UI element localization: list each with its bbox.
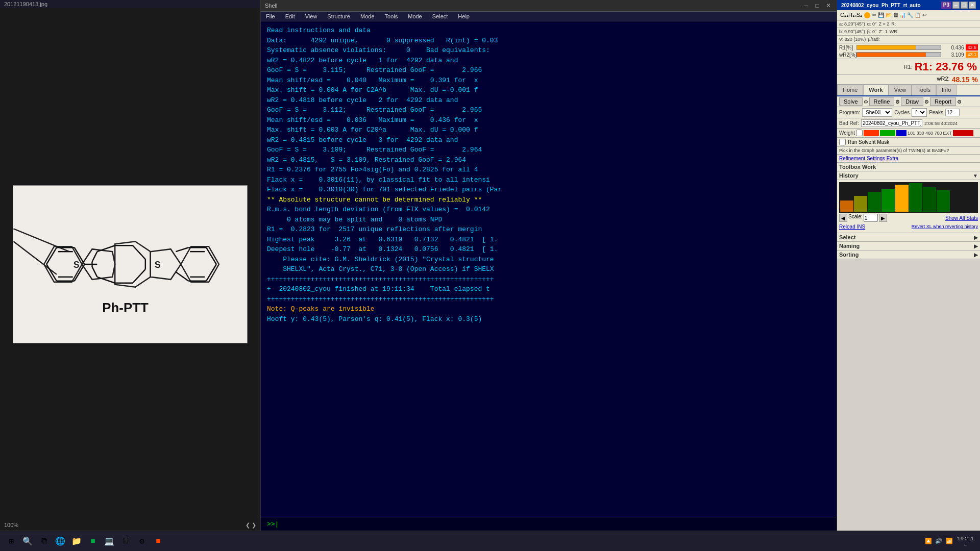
- report-label: Report: [935, 98, 951, 105]
- wr2-display-value: 48.15 %: [952, 76, 978, 84]
- menu-structure[interactable]: Structure: [325, 13, 352, 20]
- taskbar: ⊞ 🔍 ⧉ 🌐 📁 ■ 💻 🖥 ⚙ ■ 🔼 🔊 📶 19:11 …: [0, 531, 980, 551]
- program-select[interactable]: ShelXL: [862, 108, 892, 117]
- menu-help[interactable]: Help: [456, 13, 472, 20]
- cycles-label: Cycles: [894, 110, 910, 115]
- minimize-btn[interactable]: ─: [802, 2, 810, 10]
- menu-view[interactable]: View: [303, 13, 320, 20]
- svg-text:S: S: [155, 259, 161, 269]
- weight-bar-red: [864, 130, 879, 136]
- reload-ins-link[interactable]: Reload INS: [839, 224, 865, 230]
- menu-select[interactable]: Select: [430, 13, 450, 20]
- r1-flag: 43.6: [966, 44, 978, 51]
- wr2-flag: 43.1: [966, 52, 978, 58]
- peaks-input[interactable]: [945, 109, 960, 116]
- weight-bar-green: [880, 130, 895, 136]
- shelxl-titlebar: 20240802_cyou_Ph_PTT_rt_auto P3 ─ □ ✕: [837, 0, 980, 10]
- menu-edit[interactable]: Edit: [283, 13, 297, 20]
- stats-row-3: V: 820 (10%) μ/rad:: [837, 36, 980, 43]
- svg-text:Ph-PTT: Ph-PTT: [102, 300, 149, 315]
- terminal-content[interactable]: Read instructions and dataData: 4292 uni…: [261, 21, 837, 517]
- stats-row-1: a: 8.20°(45°) α: 0° Z = 2 R:: [837, 20, 980, 28]
- app-icon-4[interactable]: ■: [151, 534, 165, 548]
- solvent-mask-checkbox[interactable]: [839, 139, 846, 145]
- r1-big-value: R1: 23.76 %: [915, 60, 977, 73]
- history-controls: ◀ Scale: ▶ Show All Stats: [839, 213, 978, 223]
- taskbar-right: 🔼 🔊 📶 19:11 …: [919, 536, 980, 547]
- terminal-menubar: File Edit View Structure Mode Tools Mode…: [261, 12, 837, 21]
- stat-z: Z = 2: [879, 21, 890, 27]
- history-bar: [937, 190, 950, 212]
- terminal-line: Flack x = 0.3016(11), by classical fit t…: [267, 175, 830, 185]
- search-icon[interactable]: 🔍: [20, 534, 35, 548]
- tab-info[interactable]: Info: [936, 85, 957, 95]
- sorting-section-header[interactable]: Sorting ▶: [837, 251, 980, 259]
- terminal-controls: ─ □ ✕: [802, 2, 832, 10]
- toolbar-icons: ✏ 💾 📂 🖼 📊 🔧 📋 ↩: [872, 12, 926, 18]
- weight-bar-blue: [896, 130, 906, 136]
- draw-button[interactable]: Draw: [901, 97, 923, 106]
- explorer-icon[interactable]: 📁: [69, 534, 84, 548]
- refine-button[interactable]: Refine: [869, 97, 895, 106]
- bad-ref-label: Bad Ref:: [839, 120, 859, 126]
- terminal-line: Hooft y: 0.43(5), Parson's q: 0.41(5), F…: [267, 314, 830, 324]
- report-button[interactable]: Report: [930, 97, 956, 106]
- app-icon-3[interactable]: ⚙: [135, 534, 149, 548]
- report-indicator: ⚙: [957, 99, 962, 105]
- scale-input[interactable]: [864, 214, 878, 222]
- task-view-icon[interactable]: ⧉: [37, 534, 51, 548]
- image-area: S S: [0, 8, 260, 520]
- history-next-btn[interactable]: ▶: [879, 214, 887, 222]
- terminal-line: R.m.s. bond length deviation (from FIX v…: [267, 205, 830, 215]
- bad-ref-input[interactable]: [861, 119, 922, 127]
- cycles-select[interactable]: 5: [912, 108, 927, 117]
- formula: C₂₁H₁₄S₂: [840, 12, 862, 18]
- molecule-svg: S S: [13, 186, 247, 343]
- tab-tools[interactable]: Tools: [912, 85, 936, 95]
- tab-home[interactable]: Home: [837, 85, 863, 95]
- maximize-btn[interactable]: □: [961, 2, 968, 9]
- terminal-line: wR2 = 0.4818 before cycle 2 for 4292 dat…: [267, 95, 830, 106]
- edge-icon[interactable]: 🌐: [53, 534, 67, 548]
- r1-big-label: R1:: [904, 64, 913, 70]
- history-prev-btn[interactable]: ◀: [839, 214, 847, 222]
- select-section-header[interactable]: Select ▶: [837, 233, 980, 242]
- toolbox-header: Toolbox Work: [837, 163, 980, 171]
- app-icon-2[interactable]: 🖥: [118, 534, 133, 548]
- date-display: 2:06:58 40:2024: [924, 121, 958, 126]
- sorting-arrow: ▶: [974, 252, 978, 258]
- terminal-line: GooF = S = 3.112; Restrained GooF = 2.96…: [267, 105, 830, 115]
- progress-row-r1: R1[%] 0.436 43.6: [839, 44, 978, 51]
- program-row: Program: ShelXL Cycles 5 Peaks: [837, 107, 980, 118]
- image-nav[interactable]: ❮ ❯: [246, 522, 256, 529]
- weight-checkbox[interactable]: [856, 130, 863, 136]
- close-btn[interactable]: ✕: [969, 2, 976, 9]
- history-section-header[interactable]: History ▼: [837, 171, 980, 180]
- big-r1-container: R1: R1: 23.76 %: [837, 59, 980, 75]
- left-panel: 20121190413.jpg S: [0, 0, 260, 531]
- program-label: Program:: [839, 110, 860, 115]
- terminal-panel: Shell ─ □ ✕ File Edit View Structure Mod…: [260, 0, 837, 531]
- maximize-btn[interactable]: □: [813, 2, 821, 10]
- toolbox-label: Toolbox Work: [839, 164, 876, 170]
- revert-link[interactable]: Revert XL when reverting history: [912, 224, 978, 230]
- refinement-settings-link[interactable]: Refinement Settings Extra: [839, 156, 898, 161]
- history-section: ◀ Scale: ▶ Show All Stats Reload INS Rev…: [837, 180, 980, 233]
- tab-work[interactable]: Work: [863, 85, 888, 95]
- see-all-link[interactable]: Show All Stats: [945, 215, 978, 221]
- naming-section-header[interactable]: Naming ▶: [837, 242, 980, 251]
- menu-mode2[interactable]: Mode: [406, 13, 424, 20]
- tab-view[interactable]: View: [889, 85, 912, 95]
- terminal-line: GooF = S = 3.115; Restrained GooF = 2.96…: [267, 65, 830, 76]
- terminal-line: Read instructions and data: [267, 26, 830, 36]
- app-icon-1[interactable]: 💻: [102, 534, 116, 548]
- close-btn[interactable]: ✕: [824, 2, 832, 10]
- start-button[interactable]: ⊞: [4, 534, 18, 548]
- stat-z2: Z': 1: [879, 29, 888, 34]
- menu-tools[interactable]: Tools: [383, 13, 400, 20]
- terminal-icon[interactable]: ■: [86, 534, 100, 548]
- menu-mode[interactable]: Mode: [358, 13, 377, 20]
- minimize-btn[interactable]: ─: [952, 2, 960, 9]
- solve-button[interactable]: Solve: [839, 97, 863, 106]
- menu-file[interactable]: File: [264, 13, 277, 20]
